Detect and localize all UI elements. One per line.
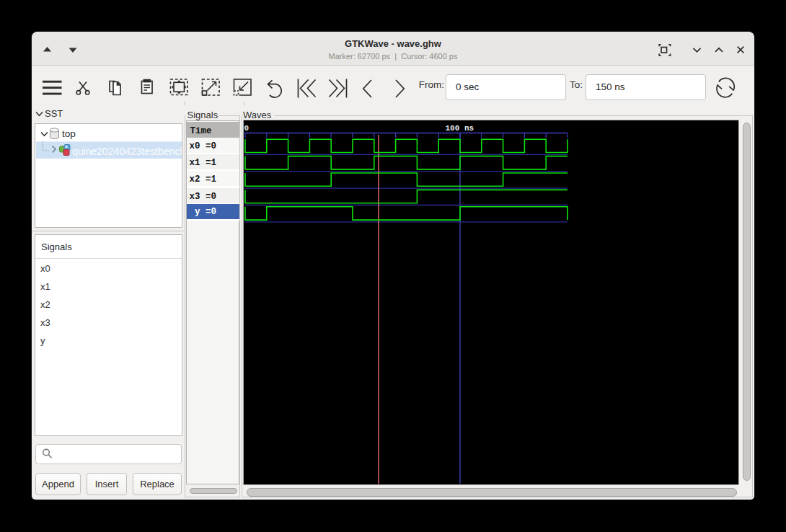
svg-text:100 ns: 100 ns	[446, 124, 474, 133]
svg-text:0: 0	[244, 124, 250, 133]
